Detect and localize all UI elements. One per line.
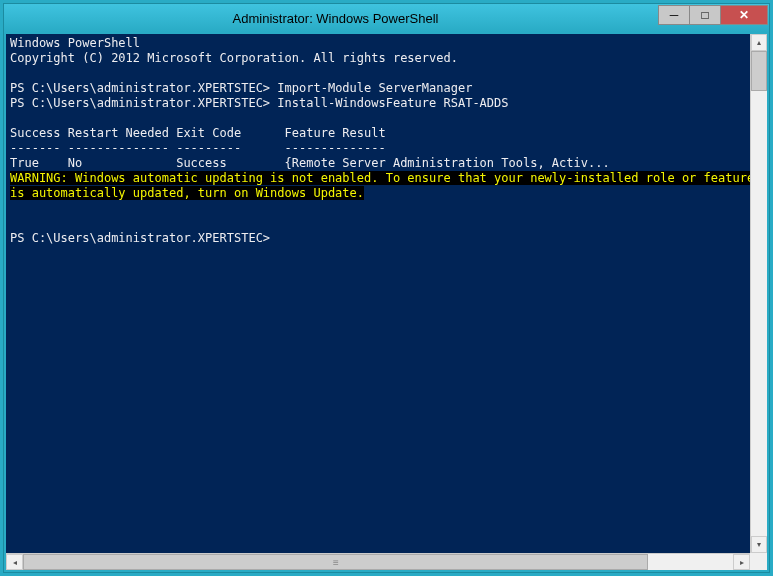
console-area: Windows PowerShell Copyright (C) 2012 Mi… bbox=[6, 34, 767, 553]
console-output[interactable]: Windows PowerShell Copyright (C) 2012 Mi… bbox=[6, 34, 750, 553]
table-header: Success Restart Needed Exit Code Feature… bbox=[10, 126, 386, 140]
scroll-left-button[interactable]: ◂ bbox=[6, 554, 23, 570]
warning-text: WARNING: Windows automatic updating is n… bbox=[10, 171, 750, 200]
prompt-3: PS C:\Users\administrator.XPERTSTEC> bbox=[10, 231, 270, 245]
vertical-scroll-thumb[interactable] bbox=[751, 51, 767, 91]
scrollbar-corner bbox=[750, 553, 767, 570]
powershell-window: Administrator: Windows PowerShell ─ □ ✕ … bbox=[3, 3, 770, 573]
maximize-button[interactable]: □ bbox=[689, 5, 721, 25]
horizontal-scroll-row: ◂ ≡ ▸ bbox=[6, 553, 767, 570]
table-row-1: True No Success {Remote Server Administr… bbox=[10, 156, 610, 170]
horizontal-scroll-thumb[interactable]: ≡ bbox=[23, 554, 648, 570]
prompt-1: PS C:\Users\administrator.XPERTSTEC> bbox=[10, 81, 270, 95]
scroll-down-button[interactable]: ▾ bbox=[751, 536, 767, 553]
chevron-right-icon: ▸ bbox=[740, 558, 744, 567]
title-bar[interactable]: Administrator: Windows PowerShell ─ □ ✕ bbox=[4, 4, 769, 32]
vertical-scroll-track[interactable] bbox=[751, 51, 767, 536]
vertical-scrollbar[interactable]: ▴ ▾ bbox=[750, 34, 767, 553]
close-icon: ✕ bbox=[739, 8, 749, 22]
table-separator: ------- -------------- --------- -------… bbox=[10, 141, 386, 155]
horizontal-scroll-track[interactable]: ≡ bbox=[23, 554, 733, 570]
prompt-2: PS C:\Users\administrator.XPERTSTEC> bbox=[10, 96, 270, 110]
ps-banner-line2: Copyright (C) 2012 Microsoft Corporation… bbox=[10, 51, 458, 65]
maximize-icon: □ bbox=[701, 8, 708, 22]
chevron-down-icon: ▾ bbox=[757, 540, 761, 549]
window-body: Windows PowerShell Copyright (C) 2012 Mi… bbox=[4, 32, 769, 572]
scroll-up-button[interactable]: ▴ bbox=[751, 34, 767, 51]
window-control-buttons: ─ □ ✕ bbox=[659, 5, 768, 27]
close-button[interactable]: ✕ bbox=[720, 5, 768, 25]
minimize-button[interactable]: ─ bbox=[658, 5, 690, 25]
grip-icon: ≡ bbox=[333, 557, 338, 568]
minimize-icon: ─ bbox=[670, 8, 679, 22]
command-1: Import-Module ServerManager bbox=[277, 81, 472, 95]
horizontal-scrollbar[interactable]: ◂ ≡ ▸ bbox=[6, 553, 750, 570]
ps-banner-line1: Windows PowerShell bbox=[10, 36, 140, 50]
chevron-up-icon: ▴ bbox=[757, 38, 761, 47]
command-2: Install-WindowsFeature RSAT-ADDS bbox=[277, 96, 508, 110]
chevron-left-icon: ◂ bbox=[13, 558, 17, 567]
window-title: Administrator: Windows PowerShell bbox=[12, 11, 659, 26]
scroll-right-button[interactable]: ▸ bbox=[733, 554, 750, 570]
